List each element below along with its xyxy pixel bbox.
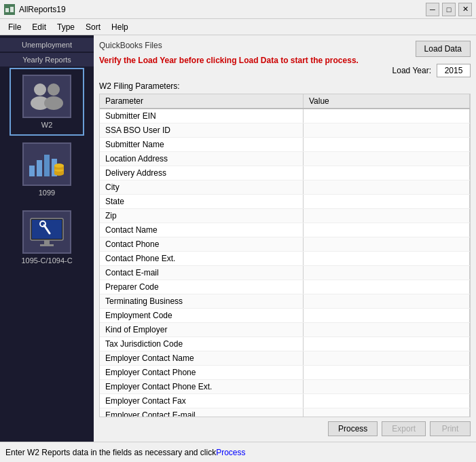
quickbooks-section: QuickBooks Files Verify the Load Year be… [99,41,359,73]
param-value [303,323,469,337]
table-row[interactable]: Terminating Business [100,294,470,309]
maximize-button[interactable]: □ [442,3,456,16]
sidebar-item-w2[interactable]: W2 [10,68,84,136]
load-data-button[interactable]: Load Data [416,41,471,57]
table-row[interactable]: Employer Contact Fax [100,394,470,408]
close-button[interactable]: ✕ [458,3,472,16]
table-row[interactable]: Preparer Code [100,280,470,294]
main-layout: Unemployment Yearly Reports W2 [0,35,476,442]
param-name: Contact Name [100,223,303,237]
content-area: QuickBooks Files Verify the Load Year be… [94,35,476,442]
param-value [303,380,469,394]
status-text: Enter W2 Reports data in the fields as n… [5,448,216,457]
load-year-input[interactable] [437,64,471,77]
params-table[interactable]: Parameter Value Submitter EINSSA BSO Use… [99,94,471,417]
sidebar-yearly-reports-button[interactable]: Yearly Reports [0,53,94,66]
param-name: Kind of Employer [100,323,303,337]
table-row[interactable]: State [100,195,470,209]
print-button[interactable]: Print [430,421,471,436]
table-row[interactable]: Employer Contact E-mail [100,408,470,418]
param-value [303,237,469,252]
menu-file[interactable]: File [3,21,26,33]
sidebar: Unemployment Yearly Reports W2 [0,35,94,442]
svg-rect-1 [5,8,9,12]
table-row[interactable]: Contact E-mail [100,266,470,280]
param-value [303,209,469,223]
param-name: Contact Phone [100,237,303,252]
param-value [303,309,469,323]
param-value [303,195,469,209]
table-row[interactable]: Contact Name [100,223,470,237]
table-row[interactable]: Submitter Name [100,138,470,152]
param-name: Employer Contact Phone Ext. [100,380,303,394]
title-bar-left: AllReports19 [4,4,66,15]
table-row[interactable]: Tax Jurisdiction Code [100,337,470,351]
table-row[interactable]: City [100,180,470,195]
param-value [303,109,469,123]
table-row[interactable]: Employment Code [100,309,470,323]
sidebar-item-1099[interactable]: 1099 [10,136,84,204]
table-row[interactable]: Kind of Employer [100,323,470,337]
1095c-icon [25,214,69,250]
process-button[interactable]: Process [328,421,378,436]
menu-help[interactable]: Help [106,21,134,33]
param-value [303,394,469,408]
table-row[interactable]: Submitter EIN [100,109,470,123]
1095c-label: 1095-C/1094-C [21,256,72,265]
param-name: Employer Contact Phone [100,366,303,380]
icon-1095-box [22,210,71,254]
icon-1099-box [22,142,71,186]
param-value [303,337,469,351]
param-value [303,252,469,266]
param-name: Employer Contact Fax [100,394,303,408]
param-name: Employer Contact Name [100,351,303,366]
param-name: Delivery Address [100,166,303,180]
param-name: Preparer Code [100,280,303,294]
menu-edit[interactable]: Edit [26,21,52,33]
1099-icon [25,147,69,182]
param-value [303,123,469,138]
svg-rect-24 [44,240,50,244]
title-bar: AllReports19 ─ □ ✕ [0,0,476,19]
svg-point-7 [44,96,63,110]
menu-sort[interactable]: Sort [80,21,106,33]
sidebar-unemployment-button[interactable]: Unemployment [0,38,94,52]
status-bar: Enter W2 Reports data in the fields as n… [0,442,476,462]
menu-type[interactable]: Type [52,21,80,33]
w2-params-label: W2 Filing Parameters: [99,81,471,91]
param-name: City [100,180,303,195]
table-row[interactable]: Zip [100,209,470,223]
table-row[interactable]: Employer Contact Name [100,351,470,366]
export-button[interactable]: Export [382,421,426,436]
param-name: Location Address [100,152,303,166]
app-title: AllReports19 [19,5,66,14]
params-table-element: Parameter Value Submitter EINSSA BSO Use… [100,94,470,417]
param-name: Zip [100,209,303,223]
warning-text: Verify the Load Year before clicking Loa… [99,53,359,68]
param-value [303,223,469,237]
svg-rect-11 [44,155,50,176]
top-row: QuickBooks Files Verify the Load Year be… [99,41,471,77]
quickbooks-label: QuickBooks Files [99,41,359,50]
minimize-button[interactable]: ─ [426,3,439,16]
load-year-label: Load Year: [392,66,431,75]
param-value [303,351,469,366]
table-row[interactable]: Location Address [100,152,470,166]
table-row[interactable]: Contact Phone [100,237,470,252]
load-year-area: Load Year: [392,64,471,77]
title-bar-controls: ─ □ ✕ [426,3,472,16]
table-row[interactable]: SSA BSO User ID [100,123,470,138]
svg-rect-9 [29,166,35,176]
param-value [303,266,469,280]
param-value [303,180,469,195]
sidebar-item-1095c[interactable]: 1095-C/1094-C [10,204,84,271]
param-name: Employer Contact E-mail [100,408,303,418]
table-row[interactable]: Contact Phone Ext. [100,252,470,266]
svg-point-4 [34,83,46,96]
table-row[interactable]: Delivery Address [100,166,470,180]
table-row[interactable]: Employer Contact Phone [100,366,470,380]
table-row[interactable]: Employer Contact Phone Ext. [100,380,470,394]
status-link[interactable]: Process [216,448,245,457]
bottom-buttons: Process Export Print [99,421,471,436]
param-value [303,294,469,309]
